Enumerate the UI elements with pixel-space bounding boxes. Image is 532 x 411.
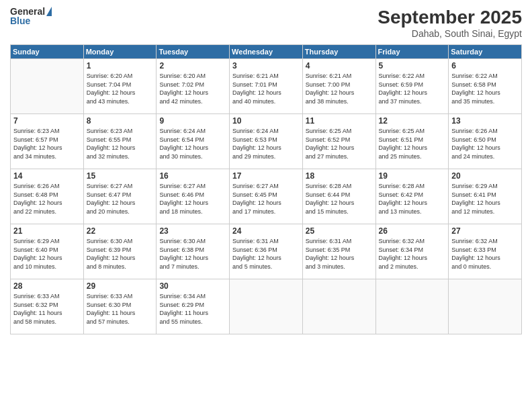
day-number: 19 bbox=[379, 171, 446, 181]
calendar-cell: 24Sunrise: 6:31 AM Sunset: 6:36 PM Dayli… bbox=[230, 224, 303, 279]
column-header-thursday: Thursday bbox=[302, 45, 375, 59]
day-number: 30 bbox=[159, 281, 226, 291]
cell-content: Sunrise: 6:31 AM Sunset: 6:36 PM Dayligh… bbox=[232, 237, 300, 271]
logo-triangle-icon bbox=[46, 7, 52, 16]
calendar-cell: 13Sunrise: 6:26 AM Sunset: 6:50 PM Dayli… bbox=[449, 114, 522, 169]
cell-content: Sunrise: 6:27 AM Sunset: 6:45 PM Dayligh… bbox=[232, 182, 300, 216]
calendar-week-3: 14Sunrise: 6:26 AM Sunset: 6:48 PM Dayli… bbox=[11, 169, 522, 224]
calendar-table: SundayMondayTuesdayWednesdayThursdayFrid… bbox=[10, 44, 522, 334]
calendar-cell: 17Sunrise: 6:27 AM Sunset: 6:45 PM Dayli… bbox=[230, 169, 303, 224]
calendar-cell: 3Sunrise: 6:21 AM Sunset: 7:01 PM Daylig… bbox=[230, 59, 303, 114]
cell-content: Sunrise: 6:29 AM Sunset: 6:41 PM Dayligh… bbox=[451, 182, 519, 216]
calendar-cell: 21Sunrise: 6:29 AM Sunset: 6:40 PM Dayli… bbox=[11, 224, 84, 279]
cell-content: Sunrise: 6:20 AM Sunset: 7:02 PM Dayligh… bbox=[159, 72, 226, 105]
day-number: 20 bbox=[451, 171, 519, 181]
calendar-cell bbox=[375, 279, 449, 334]
cell-content: Sunrise: 6:21 AM Sunset: 7:00 PM Dayligh… bbox=[306, 72, 373, 105]
day-number: 14 bbox=[13, 171, 81, 181]
day-number: 22 bbox=[87, 226, 154, 236]
cell-content: Sunrise: 6:22 AM Sunset: 6:59 PM Dayligh… bbox=[379, 72, 446, 105]
calendar-cell: 2Sunrise: 6:20 AM Sunset: 7:02 PM Daylig… bbox=[157, 59, 230, 114]
cell-content: Sunrise: 6:22 AM Sunset: 6:58 PM Dayligh… bbox=[451, 72, 519, 105]
title-block: September 2025 Dahab, South Sinai, Egypt bbox=[378, 7, 522, 39]
cell-content: Sunrise: 6:23 AM Sunset: 6:57 PM Dayligh… bbox=[13, 127, 81, 161]
day-number: 21 bbox=[13, 226, 81, 236]
cell-content: Sunrise: 6:27 AM Sunset: 6:47 PM Dayligh… bbox=[87, 182, 154, 216]
calendar-week-5: 28Sunrise: 6:33 AM Sunset: 6:32 PM Dayli… bbox=[11, 279, 522, 334]
day-number: 13 bbox=[451, 116, 519, 126]
calendar-cell: 8Sunrise: 6:23 AM Sunset: 6:55 PM Daylig… bbox=[83, 114, 157, 169]
cell-content: Sunrise: 6:33 AM Sunset: 6:32 PM Dayligh… bbox=[13, 292, 81, 326]
cell-content: Sunrise: 6:32 AM Sunset: 6:33 PM Dayligh… bbox=[451, 237, 519, 271]
calendar-week-1: 1Sunrise: 6:20 AM Sunset: 7:04 PM Daylig… bbox=[11, 59, 522, 114]
calendar-cell: 29Sunrise: 6:33 AM Sunset: 6:30 PM Dayli… bbox=[83, 279, 157, 334]
calendar-cell: 22Sunrise: 6:30 AM Sunset: 6:39 PM Dayli… bbox=[83, 224, 157, 279]
logo-general: General bbox=[10, 7, 52, 16]
cell-content: Sunrise: 6:23 AM Sunset: 6:55 PM Dayligh… bbox=[87, 127, 154, 161]
calendar-cell: 28Sunrise: 6:33 AM Sunset: 6:32 PM Dayli… bbox=[11, 279, 84, 334]
cell-content: Sunrise: 6:30 AM Sunset: 6:39 PM Dayligh… bbox=[87, 237, 154, 271]
header: General Blue September 2025 Dahab, South… bbox=[10, 7, 522, 39]
cell-content: Sunrise: 6:30 AM Sunset: 6:38 PM Dayligh… bbox=[159, 237, 226, 271]
cell-content: Sunrise: 6:29 AM Sunset: 6:40 PM Dayligh… bbox=[13, 237, 81, 271]
month-title: September 2025 bbox=[378, 7, 522, 28]
column-header-monday: Monday bbox=[83, 45, 157, 59]
day-number: 23 bbox=[159, 226, 226, 236]
calendar-cell: 6Sunrise: 6:22 AM Sunset: 6:58 PM Daylig… bbox=[449, 59, 522, 114]
day-number: 5 bbox=[379, 61, 446, 71]
column-header-friday: Friday bbox=[375, 45, 449, 59]
calendar-cell: 23Sunrise: 6:30 AM Sunset: 6:38 PM Dayli… bbox=[157, 224, 230, 279]
calendar-cell: 7Sunrise: 6:23 AM Sunset: 6:57 PM Daylig… bbox=[11, 114, 84, 169]
calendar-cell: 19Sunrise: 6:28 AM Sunset: 6:42 PM Dayli… bbox=[375, 169, 449, 224]
calendar-cell: 18Sunrise: 6:28 AM Sunset: 6:44 PM Dayli… bbox=[302, 169, 375, 224]
cell-content: Sunrise: 6:32 AM Sunset: 6:34 PM Dayligh… bbox=[379, 237, 446, 271]
calendar-cell: 5Sunrise: 6:22 AM Sunset: 6:59 PM Daylig… bbox=[375, 59, 449, 114]
calendar-cell: 30Sunrise: 6:34 AM Sunset: 6:29 PM Dayli… bbox=[157, 279, 230, 334]
cell-content: Sunrise: 6:28 AM Sunset: 6:42 PM Dayligh… bbox=[379, 182, 446, 216]
day-number: 29 bbox=[87, 281, 154, 291]
day-number: 27 bbox=[451, 226, 519, 236]
calendar-cell: 1Sunrise: 6:20 AM Sunset: 7:04 PM Daylig… bbox=[83, 59, 157, 114]
cell-content: Sunrise: 6:28 AM Sunset: 6:44 PM Dayligh… bbox=[306, 182, 373, 216]
logo-blue: Blue bbox=[10, 16, 52, 26]
calendar-cell: 9Sunrise: 6:24 AM Sunset: 6:54 PM Daylig… bbox=[157, 114, 230, 169]
calendar-cell bbox=[449, 279, 522, 334]
calendar-cell: 26Sunrise: 6:32 AM Sunset: 6:34 PM Dayli… bbox=[375, 224, 449, 279]
calendar-cell bbox=[302, 279, 375, 334]
logo: General Blue bbox=[10, 7, 52, 26]
cell-content: Sunrise: 6:20 AM Sunset: 7:04 PM Dayligh… bbox=[87, 72, 154, 105]
cell-content: Sunrise: 6:24 AM Sunset: 6:53 PM Dayligh… bbox=[232, 127, 300, 161]
day-number: 3 bbox=[232, 61, 300, 71]
cell-content: Sunrise: 6:34 AM Sunset: 6:29 PM Dayligh… bbox=[159, 292, 226, 326]
page: General Blue September 2025 Dahab, South… bbox=[0, 0, 532, 411]
logo-box: General Blue bbox=[10, 7, 52, 26]
cell-content: Sunrise: 6:26 AM Sunset: 6:50 PM Dayligh… bbox=[451, 127, 519, 161]
column-header-wednesday: Wednesday bbox=[230, 45, 303, 59]
calendar-cell: 14Sunrise: 6:26 AM Sunset: 6:48 PM Dayli… bbox=[11, 169, 84, 224]
cell-content: Sunrise: 6:25 AM Sunset: 6:52 PM Dayligh… bbox=[306, 127, 373, 161]
column-header-saturday: Saturday bbox=[449, 45, 522, 59]
calendar-cell: 20Sunrise: 6:29 AM Sunset: 6:41 PM Dayli… bbox=[449, 169, 522, 224]
calendar-cell: 11Sunrise: 6:25 AM Sunset: 6:52 PM Dayli… bbox=[302, 114, 375, 169]
cell-content: Sunrise: 6:26 AM Sunset: 6:48 PM Dayligh… bbox=[13, 182, 81, 216]
calendar-cell: 16Sunrise: 6:27 AM Sunset: 6:46 PM Dayli… bbox=[157, 169, 230, 224]
day-number: 15 bbox=[87, 171, 154, 181]
day-number: 2 bbox=[159, 61, 226, 71]
cell-content: Sunrise: 6:33 AM Sunset: 6:30 PM Dayligh… bbox=[87, 292, 154, 326]
day-number: 25 bbox=[306, 226, 373, 236]
cell-content: Sunrise: 6:21 AM Sunset: 7:01 PM Dayligh… bbox=[232, 72, 300, 105]
cell-content: Sunrise: 6:31 AM Sunset: 6:35 PM Dayligh… bbox=[306, 237, 373, 271]
day-number: 12 bbox=[379, 116, 446, 126]
day-number: 7 bbox=[13, 116, 81, 126]
calendar-cell: 15Sunrise: 6:27 AM Sunset: 6:47 PM Dayli… bbox=[83, 169, 157, 224]
calendar-cell bbox=[11, 59, 84, 114]
day-number: 8 bbox=[87, 116, 154, 126]
day-number: 10 bbox=[232, 116, 300, 126]
calendar-week-4: 21Sunrise: 6:29 AM Sunset: 6:40 PM Dayli… bbox=[11, 224, 522, 279]
cell-content: Sunrise: 6:27 AM Sunset: 6:46 PM Dayligh… bbox=[159, 182, 226, 216]
cell-content: Sunrise: 6:24 AM Sunset: 6:54 PM Dayligh… bbox=[159, 127, 226, 161]
day-number: 11 bbox=[306, 116, 373, 126]
cell-content: Sunrise: 6:25 AM Sunset: 6:51 PM Dayligh… bbox=[379, 127, 446, 161]
day-number: 28 bbox=[13, 281, 81, 291]
day-number: 4 bbox=[306, 61, 373, 71]
